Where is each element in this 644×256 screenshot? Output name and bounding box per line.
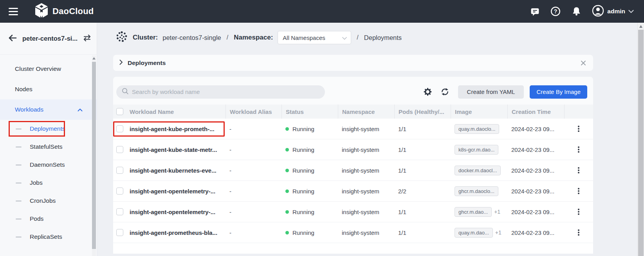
kebab-menu-icon[interactable] <box>576 207 581 216</box>
avatar-icon <box>592 5 604 18</box>
back-arrow-icon[interactable] <box>8 34 17 44</box>
sidebar-item-daemonsets[interactable]: DaemonSets <box>0 156 97 174</box>
chat-icon[interactable] <box>530 6 540 16</box>
creation-time-cell: 2024-02-23 09... <box>507 209 564 215</box>
partial-row <box>113 243 593 254</box>
status-cell: Running <box>281 188 338 195</box>
creation-time-cell: 2024-02-23 09... <box>507 146 564 153</box>
deployments-panel-header[interactable]: Deployments <box>113 55 593 71</box>
select-all-checkbox[interactable] <box>116 108 123 115</box>
chevron-right-icon <box>119 59 123 67</box>
workload-name-link[interactable]: insight-agent-kubernetes-eve... <box>130 167 225 174</box>
sidebar-item-cronjobs[interactable]: CronJobs <box>0 192 97 210</box>
create-by-image-button[interactable]: Create By Image <box>530 85 587 99</box>
switch-cluster-icon[interactable] <box>83 34 92 44</box>
search-input[interactable] <box>132 88 319 95</box>
user-menu[interactable]: admin <box>592 5 634 18</box>
status-dot-icon <box>285 231 289 234</box>
kebab-menu-icon[interactable] <box>576 124 581 133</box>
row-checkbox[interactable] <box>116 167 123 174</box>
status-cell: Running <box>281 146 338 153</box>
kebab-menu-icon[interactable] <box>576 186 581 196</box>
sidebar-item-cluster-overview[interactable]: Cluster Overview <box>0 59 97 79</box>
workload-name-link[interactable]: insight-agent-kube-state-metr... <box>130 146 225 153</box>
dash-icon <box>16 200 22 202</box>
dash-icon <box>16 164 22 166</box>
sidebar-item-jobs[interactable]: Jobs <box>0 174 97 192</box>
bell-icon[interactable] <box>571 6 581 16</box>
dash-icon <box>16 128 22 130</box>
row-checkbox[interactable] <box>116 125 123 132</box>
hamburger-menu-icon[interactable] <box>9 8 18 15</box>
row-checkbox[interactable] <box>116 208 123 215</box>
image-badge: quay.m.dao... <box>455 228 493 238</box>
image-cell: ghcr.m.dao...+1 <box>451 207 507 217</box>
image-badge: k8s-gcr.m.dao... <box>455 145 498 155</box>
kebab-menu-icon[interactable] <box>576 166 581 175</box>
row-checkbox[interactable] <box>116 187 123 195</box>
panel-title: Deployments <box>128 59 166 67</box>
kebab-menu-icon[interactable] <box>576 228 581 237</box>
sidebar-item-workloads[interactable]: Workloads <box>0 99 97 120</box>
namespace-cell: insight-system <box>338 229 394 236</box>
help-icon[interactable]: ? <box>550 6 561 16</box>
row-checkbox[interactable] <box>116 146 123 153</box>
sidebar-item-statefulsets[interactable]: StatefulSets <box>0 138 97 156</box>
pods-cell: 2/2 <box>394 188 451 195</box>
search-box[interactable] <box>116 85 325 99</box>
refresh-icon[interactable] <box>441 88 449 96</box>
table-row[interactable]: insight-agent-opentelemetry-... - Runnin… <box>113 181 593 202</box>
cluster-icon <box>115 31 128 45</box>
settings-gear-icon[interactable] <box>424 88 432 96</box>
status-dot-icon <box>285 169 289 172</box>
pods-cell: 1/1 <box>394 209 451 215</box>
username: admin <box>607 8 625 15</box>
breadcrumb-page: Deployments <box>364 34 402 41</box>
sidebar-item-pods[interactable]: Pods <box>0 210 97 228</box>
image-badge: ghcr.m.dao... <box>455 207 492 217</box>
status-dot-icon <box>285 148 289 151</box>
page-scrollbar[interactable] <box>637 23 644 256</box>
workload-name-link[interactable]: insight-agent-opentelemetry-... <box>130 188 225 195</box>
create-from-yaml-button[interactable]: Create from YAML <box>458 85 524 99</box>
svg-text:?: ? <box>554 8 557 14</box>
image-cell: quay.m.daoclo... <box>451 124 507 134</box>
sidebar-item-nodes[interactable]: Nodes <box>0 79 97 99</box>
kebab-menu-icon[interactable] <box>576 145 581 154</box>
table-row[interactable]: insight-agent-kube-state-metr... - Runni… <box>113 139 593 160</box>
workload-alias: - <box>225 126 281 132</box>
image-cell: docker.m.daocl... <box>451 166 507 175</box>
workload-alias: - <box>225 229 281 236</box>
workload-alias: - <box>225 209 281 215</box>
scroll-up-arrow-icon[interactable] <box>639 25 642 28</box>
table-row[interactable]: insight-agent-kube-prometh-... - Running… <box>113 119 593 139</box>
table-row[interactable]: insight-agent-prometheus-bla... - Runnin… <box>113 222 593 243</box>
sidebar-item-replicasets[interactable]: ReplicaSets <box>0 228 97 246</box>
close-icon[interactable] <box>581 60 586 66</box>
workload-name-link[interactable]: insight-agent-prometheus-bla... <box>130 229 225 236</box>
chevron-up-icon <box>78 106 83 113</box>
namespace-cell: insight-system <box>338 188 394 195</box>
workload-name-link[interactable]: insight-agent-kube-prometh-... <box>130 126 225 132</box>
topbar: DaoCloud ? <box>0 0 644 23</box>
workload-name-link[interactable]: insight-agent-opentelemetry-... <box>130 209 225 215</box>
breadcrumb: Cluster: peter-centos7-single / Namespac… <box>113 29 593 46</box>
table-row[interactable]: insight-agent-kubernetes-eve... - Runnin… <box>113 160 593 181</box>
row-checkbox[interactable] <box>116 229 123 236</box>
table-row[interactable]: insight-agent-opentelemetry-... - Runnin… <box>113 202 593 222</box>
status-cell: Running <box>281 229 338 236</box>
col-status: Status <box>281 105 338 119</box>
namespace-select[interactable]: All Namespaces <box>278 31 351 44</box>
creation-time-cell: 2024-02-23 09... <box>507 229 564 236</box>
image-cell: quay.m.dao...+1 <box>451 228 507 238</box>
sidebar-scrollbar[interactable] <box>92 56 96 256</box>
sidebar-item-deployments[interactable]: Deployments <box>0 120 97 138</box>
scrollbar-thumb[interactable] <box>92 62 96 249</box>
brand[interactable]: DaoCloud <box>34 3 94 20</box>
col-image: Image <box>451 105 507 119</box>
namespace-cell: insight-system <box>338 126 394 132</box>
daocloud-logo-icon <box>34 3 49 20</box>
scroll-up-arrow-icon[interactable] <box>92 57 96 59</box>
scrollbar-thumb[interactable] <box>638 30 644 256</box>
pods-cell: 1/1 <box>394 229 451 236</box>
